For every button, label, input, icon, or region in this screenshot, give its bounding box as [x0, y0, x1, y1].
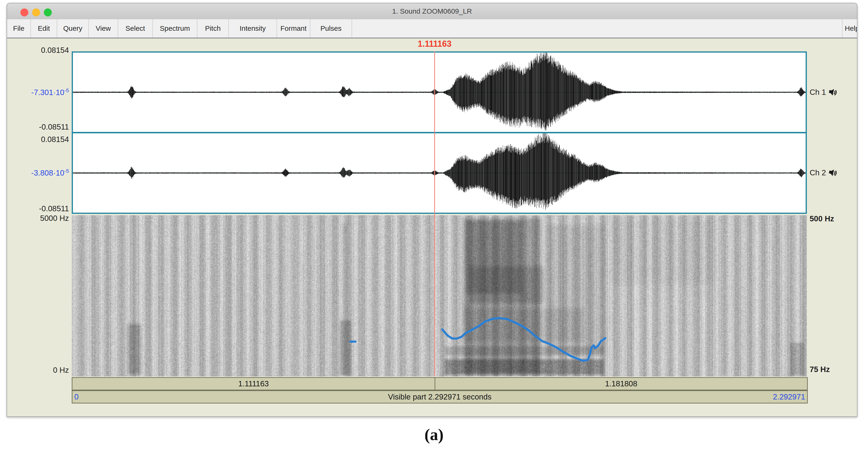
ch1-mid-label: -7.301·10-5 — [31, 88, 69, 97]
timebar-right-duration: 1.181808 — [605, 379, 637, 388]
menu-item-file[interactable]: File — [7, 19, 31, 37]
titlebar: 1. Sound ZOOM0609_LR — [7, 3, 857, 20]
cursor-line — [434, 51, 435, 376]
channel-2-panel — [72, 132, 807, 214]
freq-max-right-label: 500 Hz — [810, 214, 834, 223]
menubar: FileEditQueryViewSelectSpectrumPitchInte… — [7, 19, 857, 38]
speaker-icon-ch1[interactable] — [828, 88, 838, 96]
menu-item-pulses[interactable]: Pulses — [310, 19, 352, 37]
timebar-left-duration: 1.111163 — [238, 379, 269, 388]
menu-item-intensity[interactable]: Intensity — [229, 19, 277, 37]
timebar-left-segment[interactable]: 1.111163 — [72, 378, 435, 390]
ch2-min-label: -0.08511 — [39, 204, 69, 213]
menu-item-spectrum[interactable]: Spectrum — [153, 19, 197, 37]
channel-1-panel — [72, 51, 807, 133]
speaker-icon-ch2[interactable] — [828, 169, 838, 177]
menu-item-query[interactable]: Query — [57, 19, 89, 37]
pitch-contour — [72, 215, 807, 376]
freq-max-left-label: 5000 Hz — [40, 214, 69, 223]
visible-part-bar[interactable]: 0 Visible part 2.292971 seconds 2.292971 — [72, 390, 808, 403]
channel-2-name: Ch 2 — [810, 168, 826, 177]
menubar-spacer — [352, 19, 842, 37]
praat-sound-editor-window: 1. Sound ZOOM0609_LR FileEditQueryViewSe… — [6, 3, 858, 417]
menu-item-pitch[interactable]: Pitch — [197, 19, 229, 37]
spectrogram-panel — [72, 215, 807, 376]
menu-item-view[interactable]: View — [89, 19, 118, 37]
ch1-min-label: -0.08511 — [39, 122, 69, 132]
freq-min-left-label: 0 Hz — [53, 366, 69, 375]
channel-1-waveform[interactable] — [73, 53, 806, 132]
channel-2-label: Ch 2 — [810, 168, 838, 177]
menu-item-help[interactable]: Help — [842, 19, 857, 37]
channel-2-waveform[interactable] — [73, 133, 806, 213]
total-duration-bar[interactable]: Total duration 2.292971 seconds — [72, 417, 808, 417]
visible-part-label: Visible part 2.292971 seconds — [72, 392, 807, 401]
ch2-max-label: 0.08154 — [41, 135, 69, 144]
cursor-time-label: 1.111163 — [418, 39, 452, 49]
menu-item-edit[interactable]: Edit — [31, 19, 57, 37]
window-title: 1. Sound ZOOM0609_LR — [7, 3, 857, 19]
channel-1-label: Ch 1 — [810, 88, 838, 97]
ch1-max-label: 0.08154 — [41, 46, 69, 55]
ch2-mid-label: -3.808·10-5 — [31, 168, 69, 177]
channel-1-name: Ch 1 — [810, 88, 826, 97]
menu-item-select[interactable]: Select — [118, 19, 153, 37]
timebar-right-segment[interactable]: 1.181808 — [435, 378, 807, 390]
freq-min-right-label: 75 Hz — [810, 365, 830, 374]
cursor-split-timebar[interactable]: 1.111163 1.181808 — [72, 377, 808, 390]
figure-caption: (a) — [0, 425, 868, 444]
figure-page: 1. Sound ZOOM0609_LR FileEditQueryViewSe… — [0, 0, 868, 453]
menu-item-formant[interactable]: Formant — [277, 19, 310, 37]
